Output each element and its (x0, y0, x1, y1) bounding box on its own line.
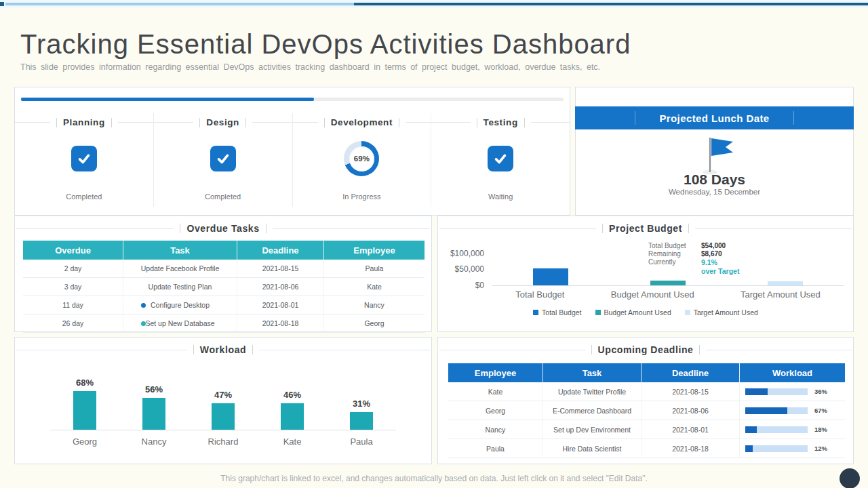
y-tick-50k: $50,000 (438, 264, 484, 274)
col-task: Task (123, 241, 237, 260)
phase-design: Design Completed (153, 113, 292, 207)
bar-richard (212, 403, 235, 430)
workload-chart[interactable]: Workload 68% 56% 47% 46% 31% Georg Nancy… (14, 337, 432, 464)
budget-title: Project Budget (609, 223, 682, 234)
phase-status: In Progress (342, 192, 380, 201)
page-subtitle: This slide provides information regardin… (20, 62, 600, 72)
col-task: Task (543, 363, 642, 382)
table-row: Nancy Set up Dev Environment 2021-08-01 … (448, 420, 845, 439)
phase-tracker-panel[interactable]: Planning Completed Design (14, 87, 570, 216)
overdue-title: Overdue Tasks (186, 223, 259, 234)
workload-bar-fill (745, 426, 757, 433)
dot-icon (141, 303, 146, 308)
project-budget-chart[interactable]: Project Budget $100,000 $50,000 $0 Total… (437, 216, 854, 332)
overdue-table: Overdue Task Deadline Employee 2 day Upd… (23, 241, 425, 333)
bar-georg (73, 391, 96, 430)
strip-dark-segment (354, 3, 868, 5)
table-row: 26 day Set up New Database 2021-08-18 Ge… (23, 314, 425, 333)
deadline-table: Employee Task Deadline Workload Kate Upd… (448, 363, 845, 458)
phase-testing: Testing Waiting (431, 113, 570, 207)
flag-icon (576, 136, 853, 176)
upcoming-deadline-panel[interactable]: Upcoming Deadline Employee Task Deadline… (437, 337, 854, 464)
phase-label: Development (331, 117, 393, 127)
workload-x-labels: Georg Nancy Richard Kate Paula (50, 436, 396, 447)
table-row: Paula Hire Data Scientist 2021-08-18 12% (448, 439, 845, 458)
donut-progress-icon: 69% (344, 141, 379, 176)
check-icon (210, 146, 236, 171)
bar-total-budget (533, 268, 568, 285)
workload-title: Workload (200, 344, 246, 355)
page-title: Tracking Essential DevOps Activities Das… (20, 29, 631, 60)
bar-nancy (142, 398, 165, 430)
workload-plot-area: 68% 56% 47% 46% 31% (50, 373, 396, 430)
workload-bar-track (745, 407, 808, 414)
strip-square (0, 2, 4, 6)
workload-bar-fill (745, 445, 753, 452)
overdue-table-header: Overdue Task Deadline Employee (23, 241, 425, 260)
table-row: Georg E-Commerce Dashboard 2021-08-06 67… (448, 401, 845, 420)
bar-budget-amount-used (650, 281, 686, 285)
workload-bar-track (745, 388, 808, 395)
phase-columns: Planning Completed Design (15, 113, 570, 207)
col-workload: Workload (740, 363, 845, 382)
col-deadline: Deadline (237, 241, 324, 260)
overdue-tasks-panel[interactable]: Overdue Tasks Overdue Task Deadline Empl… (14, 216, 432, 332)
phase-label: Testing (484, 117, 518, 127)
table-row: 11 day Configure Desktop 2021-08-01 Nanc… (23, 296, 425, 314)
phase-progress-track (21, 98, 564, 101)
workload-bar-track (745, 426, 808, 433)
col-overdue: Overdue (23, 241, 123, 260)
legend-swatch (533, 310, 538, 315)
bar-paula (350, 412, 373, 430)
check-icon (488, 146, 513, 171)
launch-date-panel[interactable]: Projected Lunch Date 108 Days Wednesday,… (575, 87, 854, 216)
table-row: 3 day Update Testing Plan 2021-08-06 Kat… (23, 278, 425, 296)
table-row: Kate Update Twitter Profile 2021-08-15 3… (448, 382, 845, 401)
footer-note: This graph/chart is linked to excel, and… (0, 474, 868, 483)
workload-bar-fill (745, 388, 768, 395)
y-tick-100k: $100,000 (438, 249, 484, 258)
corner-circle-decoration (840, 468, 860, 488)
workload-bar-fill (745, 407, 787, 414)
check-icon (71, 146, 97, 171)
deadline-title: Upcoming Deadline (598, 344, 694, 355)
col-employee: Employee (448, 363, 543, 382)
legend-swatch (685, 310, 690, 315)
bar-target-amount-used (768, 281, 803, 285)
phase-label: Design (206, 117, 239, 127)
phase-planning: Planning Completed (15, 113, 153, 207)
budget-annotation: Total Budget $54,000 Remaining $8,670 Cu… (648, 242, 739, 275)
slide: Tracking Essential DevOps Activities Das… (0, 0, 868, 488)
phase-status: Completed (66, 192, 102, 201)
deadline-table-header: Employee Task Deadline Workload (448, 363, 845, 382)
phase-status: Waiting (488, 192, 513, 201)
y-tick-0: $0 (438, 281, 484, 290)
budget-legend: Total Budget Budget Amount Used Target A… (438, 308, 853, 317)
strip-light-segment (5, 3, 354, 5)
donut-percent: 69% (349, 146, 374, 171)
phase-development: Development 69% In Progress (292, 113, 431, 207)
budget-x-labels: Total Budget Budget Amount Used Target A… (492, 289, 844, 300)
top-accent-strip (0, 0, 868, 7)
phase-progress-fill (21, 98, 314, 101)
col-employee: Employee (324, 241, 425, 260)
launch-days-count: 108 Days (576, 171, 853, 188)
phase-label: Planning (63, 117, 105, 127)
col-deadline: Deadline (642, 363, 740, 382)
phase-status: Completed (205, 192, 241, 201)
bar-kate (281, 403, 304, 430)
launch-date-text: Wednesday, 15 December (576, 188, 853, 196)
launch-header-label: Projected Lunch Date (659, 113, 769, 124)
table-row: 2 day Update Facebook Profile 2021-08-15… (23, 260, 425, 278)
dot-icon (141, 321, 146, 326)
legend-swatch (595, 310, 601, 315)
launch-header: Projected Lunch Date (575, 106, 854, 129)
workload-bar-track (745, 445, 808, 452)
